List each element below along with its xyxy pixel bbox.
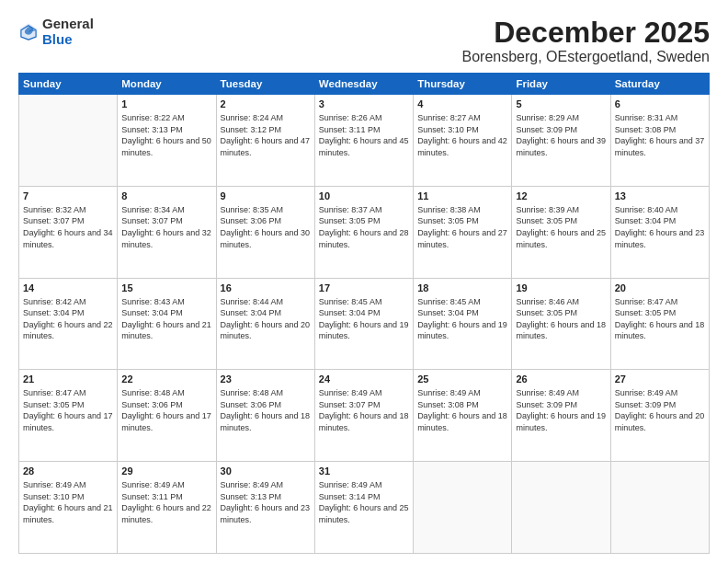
day-cell: 28Sunrise: 8:49 AM Sunset: 3:10 PM Dayli… <box>19 462 118 554</box>
day-cell: 17Sunrise: 8:45 AM Sunset: 3:04 PM Dayli… <box>314 278 413 370</box>
weekday-header-sunday: Sunday <box>19 74 118 95</box>
day-info: Sunrise: 8:45 AM Sunset: 3:04 PM Dayligh… <box>417 296 507 342</box>
calendar-page: General Blue December 2025 Borensberg, O… <box>0 0 728 563</box>
day-info: Sunrise: 8:29 AM Sunset: 3:09 PM Dayligh… <box>516 112 606 158</box>
day-info: Sunrise: 8:27 AM Sunset: 3:10 PM Dayligh… <box>417 112 507 158</box>
day-cell: 24Sunrise: 8:49 AM Sunset: 3:07 PM Dayli… <box>314 370 413 462</box>
day-number: 25 <box>417 373 507 386</box>
day-info: Sunrise: 8:46 AM Sunset: 3:05 PM Dayligh… <box>516 296 606 342</box>
day-cell: 16Sunrise: 8:44 AM Sunset: 3:04 PM Dayli… <box>216 278 314 370</box>
day-number: 17 <box>319 282 409 295</box>
day-number: 12 <box>516 190 606 203</box>
week-row-4: 21Sunrise: 8:47 AM Sunset: 3:05 PM Dayli… <box>19 370 710 462</box>
day-info: Sunrise: 8:49 AM Sunset: 3:09 PM Dayligh… <box>516 387 606 433</box>
day-info: Sunrise: 8:49 AM Sunset: 3:09 PM Dayligh… <box>615 387 705 433</box>
day-cell: 4Sunrise: 8:27 AM Sunset: 3:10 PM Daylig… <box>414 95 512 187</box>
day-cell: 7Sunrise: 8:32 AM Sunset: 3:07 PM Daylig… <box>19 186 118 278</box>
weekday-header-thursday: Thursday <box>414 74 512 95</box>
day-number: 14 <box>23 282 113 295</box>
day-cell: 3Sunrise: 8:26 AM Sunset: 3:11 PM Daylig… <box>314 95 413 187</box>
day-number: 3 <box>319 98 409 111</box>
day-number: 29 <box>121 465 211 478</box>
title-block: December 2025 Borensberg, OEstergoetland… <box>462 17 711 65</box>
month-title: December 2025 <box>462 17 711 49</box>
day-number: 24 <box>319 373 409 386</box>
day-cell: 6Sunrise: 8:31 AM Sunset: 3:08 PM Daylig… <box>610 95 709 187</box>
day-cell <box>19 95 118 187</box>
logo-text: General Blue <box>42 17 94 47</box>
day-info: Sunrise: 8:49 AM Sunset: 3:11 PM Dayligh… <box>121 479 211 525</box>
weekday-header-monday: Monday <box>118 74 216 95</box>
day-cell <box>512 462 610 554</box>
day-number: 20 <box>615 282 705 295</box>
day-cell: 31Sunrise: 8:49 AM Sunset: 3:14 PM Dayli… <box>314 462 413 554</box>
day-cell: 22Sunrise: 8:48 AM Sunset: 3:06 PM Dayli… <box>118 370 216 462</box>
day-info: Sunrise: 8:26 AM Sunset: 3:11 PM Dayligh… <box>319 112 409 158</box>
day-number: 9 <box>221 190 311 203</box>
day-number: 30 <box>221 465 311 478</box>
day-info: Sunrise: 8:47 AM Sunset: 3:05 PM Dayligh… <box>23 387 113 433</box>
day-cell: 23Sunrise: 8:48 AM Sunset: 3:06 PM Dayli… <box>216 370 314 462</box>
weekday-header-friday: Friday <box>512 74 610 95</box>
day-cell: 27Sunrise: 8:49 AM Sunset: 3:09 PM Dayli… <box>610 370 709 462</box>
day-cell: 15Sunrise: 8:43 AM Sunset: 3:04 PM Dayli… <box>118 278 216 370</box>
day-number: 6 <box>615 98 705 111</box>
day-cell: 8Sunrise: 8:34 AM Sunset: 3:07 PM Daylig… <box>118 186 216 278</box>
day-number: 15 <box>121 282 211 295</box>
day-cell: 29Sunrise: 8:49 AM Sunset: 3:11 PM Dayli… <box>118 462 216 554</box>
day-cell <box>610 462 709 554</box>
day-cell: 21Sunrise: 8:47 AM Sunset: 3:05 PM Dayli… <box>19 370 118 462</box>
day-info: Sunrise: 8:35 AM Sunset: 3:06 PM Dayligh… <box>221 204 311 250</box>
day-info: Sunrise: 8:42 AM Sunset: 3:04 PM Dayligh… <box>23 296 113 342</box>
week-row-2: 7Sunrise: 8:32 AM Sunset: 3:07 PM Daylig… <box>19 186 710 278</box>
day-info: Sunrise: 8:43 AM Sunset: 3:04 PM Dayligh… <box>121 296 211 342</box>
day-number: 2 <box>221 98 311 111</box>
day-cell: 26Sunrise: 8:49 AM Sunset: 3:09 PM Dayli… <box>512 370 610 462</box>
day-cell: 25Sunrise: 8:49 AM Sunset: 3:08 PM Dayli… <box>414 370 512 462</box>
day-info: Sunrise: 8:49 AM Sunset: 3:13 PM Dayligh… <box>221 479 311 525</box>
day-cell: 20Sunrise: 8:47 AM Sunset: 3:05 PM Dayli… <box>610 278 709 370</box>
day-info: Sunrise: 8:22 AM Sunset: 3:13 PM Dayligh… <box>121 112 211 158</box>
day-number: 18 <box>417 282 507 295</box>
weekday-header-tuesday: Tuesday <box>216 74 314 95</box>
day-info: Sunrise: 8:34 AM Sunset: 3:07 PM Dayligh… <box>121 204 211 250</box>
day-cell: 1Sunrise: 8:22 AM Sunset: 3:13 PM Daylig… <box>118 95 216 187</box>
day-cell: 14Sunrise: 8:42 AM Sunset: 3:04 PM Dayli… <box>19 278 118 370</box>
day-number: 11 <box>417 190 507 203</box>
weekday-header-row: SundayMondayTuesdayWednesdayThursdayFrid… <box>19 74 710 95</box>
day-info: Sunrise: 8:40 AM Sunset: 3:04 PM Dayligh… <box>615 204 705 250</box>
day-cell: 12Sunrise: 8:39 AM Sunset: 3:05 PM Dayli… <box>512 186 610 278</box>
week-row-5: 28Sunrise: 8:49 AM Sunset: 3:10 PM Dayli… <box>19 462 710 554</box>
day-info: Sunrise: 8:32 AM Sunset: 3:07 PM Dayligh… <box>23 204 113 250</box>
day-cell: 18Sunrise: 8:45 AM Sunset: 3:04 PM Dayli… <box>414 278 512 370</box>
day-info: Sunrise: 8:31 AM Sunset: 3:08 PM Dayligh… <box>615 112 705 158</box>
day-number: 13 <box>615 190 705 203</box>
day-cell: 13Sunrise: 8:40 AM Sunset: 3:04 PM Dayli… <box>610 186 709 278</box>
day-number: 8 <box>121 190 211 203</box>
day-number: 26 <box>516 373 606 386</box>
day-number: 4 <box>417 98 507 111</box>
logo: General Blue <box>18 17 94 47</box>
day-info: Sunrise: 8:49 AM Sunset: 3:08 PM Dayligh… <box>417 387 507 433</box>
day-number: 10 <box>319 190 409 203</box>
location: Borensberg, OEstergoetland, Sweden <box>462 49 711 65</box>
header: General Blue December 2025 Borensberg, O… <box>18 17 710 65</box>
day-number: 22 <box>121 373 211 386</box>
day-info: Sunrise: 8:39 AM Sunset: 3:05 PM Dayligh… <box>516 204 606 250</box>
day-info: Sunrise: 8:49 AM Sunset: 3:07 PM Dayligh… <box>319 387 409 433</box>
calendar-table: SundayMondayTuesdayWednesdayThursdayFrid… <box>18 73 710 554</box>
week-row-3: 14Sunrise: 8:42 AM Sunset: 3:04 PM Dayli… <box>19 278 710 370</box>
logo-general-text: General <box>42 16 94 31</box>
day-info: Sunrise: 8:24 AM Sunset: 3:12 PM Dayligh… <box>221 112 311 158</box>
day-cell: 5Sunrise: 8:29 AM Sunset: 3:09 PM Daylig… <box>512 95 610 187</box>
day-cell: 2Sunrise: 8:24 AM Sunset: 3:12 PM Daylig… <box>216 95 314 187</box>
day-number: 28 <box>23 465 113 478</box>
day-cell: 9Sunrise: 8:35 AM Sunset: 3:06 PM Daylig… <box>216 186 314 278</box>
day-info: Sunrise: 8:48 AM Sunset: 3:06 PM Dayligh… <box>221 387 311 433</box>
day-info: Sunrise: 8:49 AM Sunset: 3:10 PM Dayligh… <box>23 479 113 525</box>
day-number: 7 <box>23 190 113 203</box>
day-number: 27 <box>615 373 705 386</box>
day-number: 16 <box>221 282 311 295</box>
day-cell: 30Sunrise: 8:49 AM Sunset: 3:13 PM Dayli… <box>216 462 314 554</box>
day-info: Sunrise: 8:37 AM Sunset: 3:05 PM Dayligh… <box>319 204 409 250</box>
